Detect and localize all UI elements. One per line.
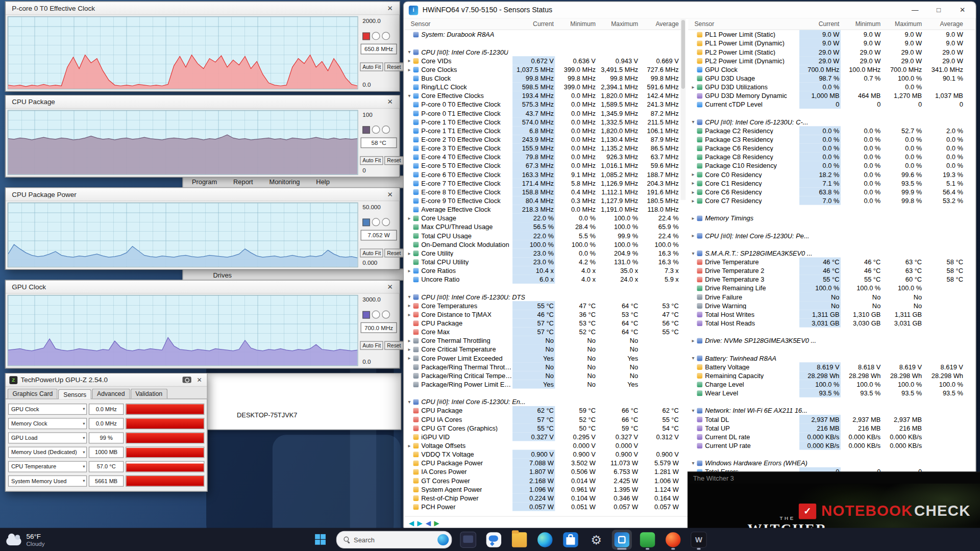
expand-arrow-icon[interactable]: ▸	[406, 346, 412, 352]
hwinfo-titlebar[interactable]: i HWiNFO64 v7.50-5150 - Sensors Status —…	[404, 2, 975, 19]
sensor-row[interactable]: PCH Power0.057 W0.051 W0.057 W0.057 W	[404, 502, 685, 511]
graph-window-titlebar[interactable]: CPU Package✕	[6, 95, 399, 109]
reset-button[interactable]: Reset	[384, 62, 403, 71]
settings-gear-icon[interactable]: ⚙	[586, 530, 606, 549]
expand-arrow-icon[interactable]: ▸	[690, 180, 696, 186]
expand-arrow-icon[interactable]: ▸	[690, 338, 696, 343]
menu-item-monitoring[interactable]: Monitoring	[269, 178, 300, 186]
sensor-section-row[interactable]: ▸Drive: NVMe SP128GIMEA3K5EV0 ...	[688, 336, 975, 345]
edge-icon[interactable]	[535, 530, 555, 549]
legend-toggle[interactable]	[372, 32, 380, 40]
sensor-section-row[interactable]: ▾CPU [#0]: Intel Core i5-1230U	[404, 47, 685, 56]
reset-button[interactable]: Reset	[384, 341, 403, 350]
sensor-row[interactable]: ▸Core C6 Residency63.8 %0.0 %99.9 %56.4 …	[688, 187, 975, 196]
scrollbar[interactable]	[680, 19, 685, 200]
sensor-section-row[interactable]: System: Durabook R8AA	[404, 30, 685, 39]
gpuz-sensor-dropdown[interactable]: GPU Load▾	[8, 432, 87, 443]
sensor-row[interactable]: PL2 Power Limit (Dynamic)29.0 W29.0 W29.…	[688, 56, 975, 65]
sensor-row[interactable]: CPU Package62 °C59 °C66 °C62 °C	[404, 406, 685, 415]
sensor-row[interactable]: Battery Voltage8.619 V8.618 V8.619 V8.61…	[688, 362, 975, 371]
sensor-row[interactable]: Total Host Writes1,311 GB1,310 GB1,311 G…	[688, 310, 975, 318]
expand-arrow-icon[interactable]: ▸	[690, 84, 696, 90]
sensor-row[interactable]: PL1 Power Limit (Dynamic)9.0 W9.0 W9.0 W…	[688, 39, 975, 47]
sensor-section-row[interactable]: ▾CPU [#0]: Intel Core i5-1230U: En...	[404, 397, 685, 406]
sensor-section-row[interactable]: ▾S.M.A.R.T.: SP128GIMEA3K5EV0 ...	[688, 248, 975, 257]
sensor-row[interactable]: ▸Core Critical TemperatureNoNoNo	[404, 345, 685, 354]
tab-graphics-card[interactable]: Graphics Card	[8, 389, 58, 399]
sensor-row[interactable]: P-core 0 T1 Effective Clock43.7 MHz0.0 M…	[404, 109, 685, 117]
sensor-row[interactable]: GPU Clock700.0 MHz100.0 MHz700.0 MHz341.…	[688, 65, 975, 73]
sensor-row[interactable]: GPU D3D Usage98.7 %0.7 %100.0 %90.1 %	[688, 73, 975, 82]
expand-arrow-icon[interactable]: ▸	[406, 58, 412, 63]
sensor-row[interactable]: Total CPU Usage22.0 %5.5 %99.9 %22.4 %	[404, 231, 685, 240]
hwinfo-icon[interactable]	[612, 530, 632, 549]
tab-sensors[interactable]: Sensors	[58, 389, 91, 399]
sensor-row[interactable]: ▸Core VIDs0.672 V0.636 V0.943 V0.669 V	[404, 56, 685, 65]
close-icon[interactable]: ✕	[383, 283, 397, 291]
sensor-row[interactable]: Package C2 Residency0.0 %0.0 %52.7 %2.0 …	[688, 126, 975, 135]
expand-arrow-icon[interactable]: ▾	[690, 119, 696, 124]
gpuz-sensor-dropdown[interactable]: CPU Temperature▾	[8, 461, 87, 472]
sensor-row[interactable]: CPU Package Power7.088 W3.502 W11.073 W5…	[404, 459, 685, 467]
sensor-row[interactable]: Package C6 Residency0.0 %0.0 %0.0 %0.0 %	[688, 144, 975, 153]
auto-fit-button[interactable]: Auto Fit	[360, 341, 383, 350]
sensor-row[interactable]: ▸Core Ratios10.4 x4.0 x35.0 x7.3 x	[404, 266, 685, 275]
sensor-row[interactable]: VDDQ TX Voltage0.900 V0.900 V0.900 V0.90…	[404, 450, 685, 459]
sensor-row[interactable]: Total Host Reads3,031 GB3,030 GB3,031 GB	[688, 318, 975, 327]
sensor-row[interactable]: Drive FailureNoNoNo	[688, 292, 975, 301]
sensor-row[interactable]: Current cTDP Level0000	[688, 100, 975, 109]
sensor-row[interactable]: IA Cores Power1.807 W0.506 W6.753 W1.281…	[404, 467, 685, 476]
graph-window-titlebar[interactable]: CPU Package Power✕	[6, 188, 399, 202]
sensor-row[interactable]: E-core 5 T0 Effective Clock67.3 MHz0.0 M…	[404, 161, 685, 170]
sensor-row[interactable]: ▸Core C7 Residency7.0 %0.0 %99.8 %53.2 %	[688, 196, 975, 205]
sensor-row[interactable]: ▸Core C0 Residency18.2 %0.0 %99.6 %19.3 …	[688, 170, 975, 179]
sensor-row[interactable]: P-core 1 T0 Effective Clock574.0 MHz0.0 …	[404, 117, 685, 126]
sensor-row[interactable]: Uncore Ratio6.0 x4.0 x24.0 x5.9 x	[404, 275, 685, 284]
sensor-row[interactable]: iGPU VID0.327 V0.295 V0.327 V0.312 V	[404, 432, 685, 441]
sensor-row[interactable]: P-core 1 T1 Effective Clock6.8 MHz0.0 MH…	[404, 126, 685, 135]
sensor-row[interactable]: ▸Core Usage22.0 %0.0 %100.0 %22.4 %	[404, 214, 685, 222]
sensor-section-row[interactable]: ▾CPU [#0]: Intel Core i5-1230U: DTS	[404, 292, 685, 301]
expand-arrow-icon[interactable]: ▾	[690, 355, 696, 361]
sensor-row[interactable]: Average Effective Clock218.3 MHz0.0 MHz1…	[404, 205, 685, 214]
expand-arrow-icon[interactable]: ▸	[690, 233, 696, 238]
sensor-row[interactable]: Total DL2,937 MB2,937 MB2,937 MB	[688, 415, 975, 423]
legend-toggle[interactable]	[372, 126, 380, 134]
expand-arrow-icon[interactable]: ▾	[690, 250, 696, 256]
sensor-row[interactable]: E-core 2 T0 Effective Clock243.9 MHz0.0 …	[404, 135, 685, 143]
sensor-row[interactable]: Drive Temperature46 °C46 °C63 °C58 °C	[688, 257, 975, 266]
close-icon[interactable]: ✕	[383, 4, 397, 12]
expand-arrow-icon[interactable]: ▾	[690, 460, 696, 466]
sensor-section-row[interactable]: ▾Battery: Twinhead R8AA	[688, 354, 975, 362]
legend-toggle[interactable]	[382, 311, 390, 319]
weather-widget[interactable]: 56°F Cloudy	[6, 528, 44, 551]
move-right-icon[interactable]: ▶	[434, 519, 439, 528]
sensor-row[interactable]: E-core 9 T0 Effective Clock80.4 MHz0.3 M…	[404, 196, 685, 205]
bing-icon[interactable]	[437, 534, 449, 545]
sensor-row[interactable]: CPU Package57 °C53 °C64 °C56 °C	[404, 318, 685, 327]
search-input[interactable]: Search	[336, 531, 452, 548]
expand-arrow-icon[interactable]: ▸	[406, 215, 412, 221]
sensor-row[interactable]: Core Max57 °C52 °C64 °C55 °C	[404, 328, 685, 336]
expand-arrow-icon[interactable]: ▸	[406, 338, 412, 343]
tab-validation[interactable]: Validation	[130, 389, 167, 399]
sensor-row[interactable]: ▸Voltage Offsets0.000 V0.000 V	[404, 441, 685, 449]
close-icon[interactable]: ✕	[383, 190, 397, 198]
nav-right-icon[interactable]: ▶	[417, 519, 422, 528]
sensor-row[interactable]: Package/Ring Power Limit ExceededYesNoYe…	[404, 380, 685, 388]
sensor-row[interactable]: ▸Core Power Limit ExceededYesNoYes	[404, 354, 685, 362]
sensor-row[interactable]: ▾Core Effective Clocks193.4 MHz0.0 MHz1,…	[404, 91, 685, 100]
expand-arrow-icon[interactable]: ▸	[690, 171, 696, 177]
sensor-row[interactable]: System Agent Power1.096 W0.961 W1.395 W1…	[404, 485, 685, 493]
sensor-row[interactable]: Package/Ring Critical TemperatureNoNoNo	[404, 371, 685, 380]
legend-toggle[interactable]	[372, 311, 380, 319]
expand-arrow-icon[interactable]: ▸	[690, 189, 696, 194]
sensor-row[interactable]: GT Cores Power2.168 W0.014 W2.425 W1.006…	[404, 476, 685, 485]
gpuz-sensor-dropdown[interactable]: Memory Used (Dedicated)▾	[8, 446, 87, 458]
sensor-section-row[interactable]: ▾Windows Hardware Errors (WHEA)	[688, 459, 975, 467]
sensor-row[interactable]: Drive Temperature 355 °C55 °C60 °C58 °C	[688, 275, 975, 284]
sensor-row[interactable]: PL1 Power Limit (Static)9.0 W9.0 W9.0 W9…	[688, 30, 975, 39]
close-icon[interactable]: ✕	[383, 98, 397, 106]
expand-arrow-icon[interactable]: ▸	[690, 198, 696, 204]
sensor-row[interactable]: E-core 3 T0 Effective Clock155.9 MHz0.0 …	[404, 144, 685, 153]
